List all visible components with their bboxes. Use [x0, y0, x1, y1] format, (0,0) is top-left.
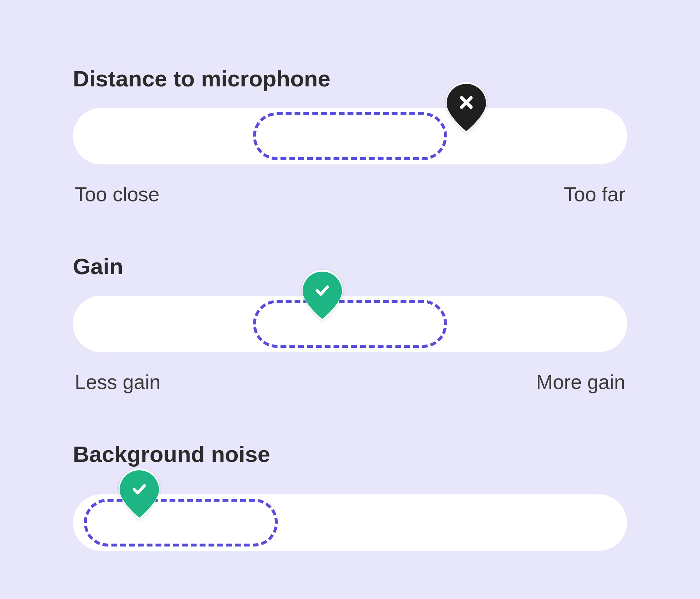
distance-optimal-zone — [253, 112, 447, 160]
gain-labels: Less gain More gain — [73, 370, 627, 394]
distance-marker — [447, 84, 486, 131]
gain-optimal-zone — [253, 300, 447, 348]
noise-optimal-zone — [84, 499, 278, 547]
distance-label-low: Too close — [75, 183, 159, 206]
noise-marker — [120, 470, 159, 518]
distance-title: Distance to microphone — [73, 66, 627, 92]
mic-check-panel: Distance to microphone — [73, 66, 627, 551]
gain-marker — [303, 272, 342, 319]
gain-track — [73, 296, 627, 352]
check-icon — [131, 481, 147, 499]
gain-label-low: Less gain — [75, 370, 160, 394]
gain-slider — [73, 296, 627, 352]
gain-title: Gain — [73, 253, 627, 279]
x-icon — [459, 95, 474, 112]
gain-section: Gain — [73, 253, 627, 394]
distance-slider — [73, 108, 627, 164]
check-icon — [314, 283, 330, 300]
distance-labels: Too close Too far — [73, 183, 627, 206]
gain-label-high: More gain — [536, 370, 625, 394]
noise-section: Background noise — [73, 441, 627, 551]
distance-section: Distance to microphone — [73, 66, 627, 206]
noise-title: Background noise — [73, 441, 627, 467]
distance-label-high: Too far — [564, 183, 625, 206]
distance-track — [73, 108, 627, 164]
noise-slider — [73, 494, 627, 551]
